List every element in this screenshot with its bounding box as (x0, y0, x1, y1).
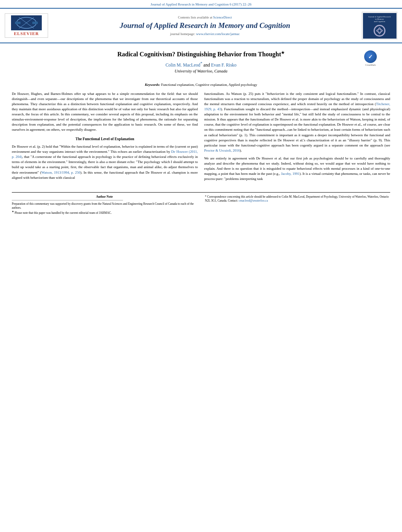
crossmark-icon: ✓ (364, 50, 377, 63)
footnote-area: Author Note Preparation of this commenta… (12, 192, 390, 215)
footnote-left-text: Preparation of this commentary was suppo… (12, 202, 197, 215)
email-link[interactable]: cmacleod@uwaterloo.ca (239, 199, 268, 202)
de-houwer-2011-link[interactable]: De Houwer (2011, p. 204) (12, 150, 198, 159)
elsevier-logo-block: ELSEVIER (5, 13, 48, 38)
svg-rect-5 (32, 22, 38, 24)
keywords-line: Keywords: Functional explanation, Cognit… (12, 83, 390, 87)
journal-citation-link[interactable]: Journal of Applied Research in Memory an… (151, 2, 251, 6)
page-wrapper: Journal of Applied Research in Memory an… (0, 0, 402, 532)
proctor-link[interactable]: Proctor & Urcuioli, 2016 (204, 148, 240, 152)
journal-thumbnail: Journal of Applied Researchin Memoryand … (363, 13, 396, 39)
footnote-divider (12, 200, 123, 200)
main-content: Radical Cognitivism? Distinguishing Beha… (0, 43, 402, 215)
header-center: Contents lists available at ScienceDirec… (52, 15, 358, 36)
article-title: Radical Cognitivism? Distinguishing Beha… (35, 50, 367, 58)
thumb-text: Journal of Applied Researchin Memoryand … (368, 15, 392, 24)
title-star: ★ (281, 50, 285, 55)
journal-header: ELSEVIER Contents lists available at Sci… (0, 8, 402, 43)
left-column: De Houwer, Hughes, and Barnes-Holmes off… (12, 91, 198, 184)
elsevier-label: ELSEVIER (14, 31, 39, 36)
section-heading-functional: The Functional Level of Explanation (12, 137, 198, 142)
journal-thumbnail-block: Journal of Applied Researchin Memoryand … (362, 12, 397, 39)
sciencedirect-line: Contents lists available at ScienceDirec… (52, 15, 358, 19)
right-column: functionalism. As Watson (p. 25) puts it… (204, 91, 390, 184)
footnote-right-text: * Correspondence concerning this article… (205, 195, 390, 203)
article-title-section: Radical Cognitivism? Distinguishing Beha… (12, 43, 390, 80)
watson-link[interactable]: Watson, 1913/1994, p. 250 (41, 171, 80, 174)
journal-homepage-line: journal homepage: www.elsevier.com/locat… (52, 32, 358, 36)
top-journal-bar: Journal of Applied Research in Memory an… (0, 0, 402, 8)
two-column-body: De Houwer, Hughes, and Barnes-Holmes off… (12, 91, 390, 184)
authors-line: Colin M. MacLeod* and Evan F. Risko (35, 61, 367, 67)
elsevier-graphic (11, 15, 42, 31)
jacoby-link[interactable]: Jacoby, 1991 (281, 172, 300, 176)
sciencedirect-link[interactable]: ScienceDirect (213, 15, 232, 19)
right-para-1: functionalism. As Watson (p. 25) puts it… (204, 91, 390, 153)
author-macleod-link[interactable]: Colin M. MacLeod* (166, 63, 202, 67)
titchener-link[interactable]: Titchener, 1929, p. 43 (204, 102, 390, 111)
affiliation: University of Waterloo, Canada (35, 69, 367, 73)
crossmark-block[interactable]: ✓ CrossMark (363, 50, 378, 66)
svg-rect-4 (15, 22, 20, 24)
keywords-values: Functional explanation, Cognitive explan… (161, 83, 257, 87)
left-para-1: De Houwer, Hughes, and Barnes-Holmes off… (12, 91, 198, 132)
journal-title: Journal of Applied Research in Memory an… (52, 21, 358, 31)
footnote-author-note-title: Author Note (12, 195, 197, 198)
thumb-logo-circle (374, 25, 385, 37)
crossmark-label: CrossMark (365, 64, 376, 66)
left-para-2: De Houwer et al. (p. 2) hold that "Withi… (12, 144, 198, 180)
homepage-link[interactable]: www.elsevier.com/locate/jarmac (196, 32, 240, 36)
keywords-label: Keywords: (145, 83, 160, 87)
footnote-right: * Correspondence concerning this article… (205, 195, 390, 215)
footnote-left: Author Note Preparation of this commenta… (12, 195, 197, 215)
author-risko-link[interactable]: Evan F. Risko (211, 63, 237, 67)
right-para-2: We are entirely in agreement with De Hou… (204, 156, 390, 182)
